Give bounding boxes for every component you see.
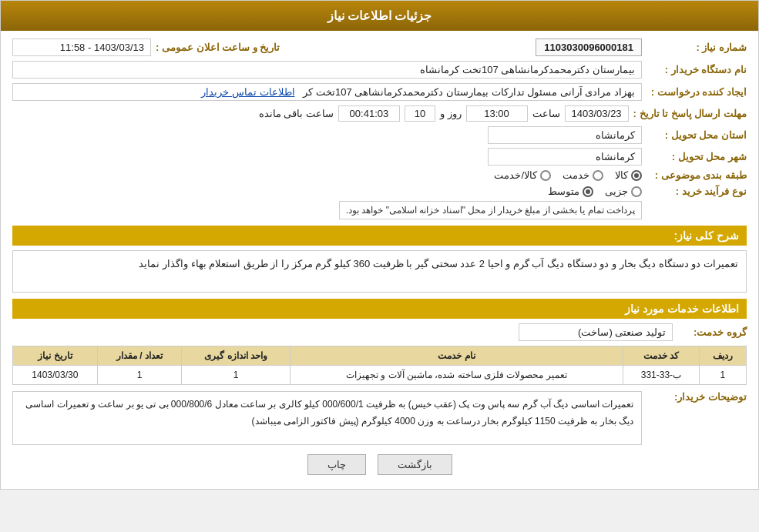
buyer-notes-label: توضیحات خریدار: (646, 391, 747, 403)
province-label: استان محل تحویل : (646, 129, 747, 141)
reply-deadline-label: مهلت ارسال پاسخ تا تاریخ : (633, 108, 747, 119)
cell-row: 1 (699, 366, 746, 385)
category-kala-khedmat-label: کالا/خدمت (494, 169, 537, 181)
day-label: روز و (440, 108, 462, 119)
services-table-header: ردیف کد خدمت نام خدمت واحد اندازه گیری ت… (13, 346, 747, 366)
process-options: جزیی متوسط (339, 186, 642, 197)
service-group-label: گروه خدمت: (677, 326, 747, 338)
date-value: 1403/03/23 (565, 105, 629, 122)
category-label: طبقه بندی موضوعی : (646, 169, 747, 181)
creator-row: ایجاد کننده درخواست : بهزاد مرادی آرانی … (12, 83, 747, 101)
buyer-org-value: بیمارستان دکترمحمدکرمانشاهی 107تخت کرمان… (12, 61, 642, 79)
page-wrapper: جزئیات اطلاعات نیاز شماره نیاز : 1103030… (0, 0, 759, 490)
category-kala[interactable]: کالا (615, 169, 642, 181)
category-options: کالا خدمت کالا/خدمت (494, 169, 642, 181)
process-note: پرداخت تمام یا بخشی از مبلغ خریدار از مح… (339, 201, 642, 219)
cell-date: 1403/03/30 (13, 366, 98, 385)
process-motevaset-label: متوسط (548, 186, 579, 197)
category-khedmat-radio[interactable] (593, 170, 603, 181)
cell-name: تعمیر محصولات فلزی ساخته شده، ماشین آلات… (290, 366, 623, 385)
creator-label: ایجاد کننده درخواست : (646, 86, 747, 98)
services-table-header-row: ردیف کد خدمت نام خدمت واحد اندازه گیری ت… (13, 346, 747, 366)
announce-label: تاریخ و ساعت اعلان عمومی : (156, 42, 280, 53)
cell-code: ب-33-331 (623, 366, 700, 385)
time-value: 13:00 (466, 105, 528, 122)
col-qty: تعداد / مقدار (97, 346, 182, 366)
category-kala-khedmat-radio[interactable] (540, 170, 551, 181)
buyer-notes-row: توضیحات خریدار: تعمیرات اساسی دیگ آب گرم… (12, 391, 747, 445)
need-number-row: شماره نیاز : 1103030096000181 تاریخ و سا… (12, 38, 747, 56)
col-code: کد خدمت (623, 346, 700, 366)
services-header: گروه خدمت: تولید صنعتی (ساخت) (12, 323, 747, 341)
col-date: تاریخ نیاز (13, 346, 98, 366)
process-jozi[interactable]: جزیی (605, 186, 642, 197)
services-table: ردیف کد خدمت نام خدمت واحد اندازه گیری ت… (12, 346, 747, 385)
deadline-details: 1403/03/23 ساعت 13:00 روز و 10 00:41:03 … (259, 105, 629, 122)
category-row: طبقه بندی موضوعی : کالا خدمت کالا/خدمت (12, 169, 747, 181)
buttons-row: بازگشت چاپ (12, 454, 747, 475)
page-title: جزئیات اطلاعات نیاز (327, 9, 432, 22)
description-section-title: شرح کلی نیاز: (12, 226, 747, 246)
reply-deadline-row: مهلت ارسال پاسخ تا تاریخ : 1403/03/23 سا… (12, 105, 747, 122)
page-header: جزئیات اطلاعات نیاز (1, 1, 758, 31)
back-button[interactable]: بازگشت (378, 454, 452, 475)
process-label: نوع فرآیند خرید : (646, 186, 747, 197)
buyer-notes-text: تعمیرات اساسی دیگ آب گرم سه پاس وت پک (ع… (12, 391, 642, 445)
announce-value: 1403/03/13 - 11:58 (12, 38, 151, 56)
need-number-label: شماره نیاز : (646, 42, 747, 53)
time-label: ساعت (532, 108, 560, 119)
buyer-org-row: نام دستگاه خریدار : بیمارستان دکترمحمدکر… (12, 61, 747, 79)
category-kala-khedmat[interactable]: کالا/خدمت (494, 169, 551, 181)
services-section-title: اطلاعات خدمات مورد نیاز (12, 299, 747, 319)
col-row: ردیف (699, 346, 746, 366)
cell-unit: 1 (182, 366, 290, 385)
process-options-wrapper: جزیی متوسط پرداخت تمام یا بخشی از مبلغ خ… (339, 186, 642, 219)
process-jozi-radio[interactable] (631, 186, 642, 197)
service-group-value: تولید صنعتی (ساخت) (519, 323, 673, 341)
process-jozi-label: جزیی (605, 186, 628, 197)
creator-contact-link[interactable]: اطلاعات تماس خریدار (201, 86, 294, 98)
category-khedmat-label: خدمت (563, 169, 589, 181)
province-row: استان محل تحویل : کرمانشاه (12, 126, 747, 144)
content-area: شماره نیاز : 1103030096000181 تاریخ و سا… (1, 31, 758, 489)
services-table-body: 1ب-33-331تعمیر محصولات فلزی ساخته شده، م… (13, 366, 747, 385)
buyer-org-label: نام دستگاه خریدار : (646, 64, 747, 75)
day-value: 10 (405, 105, 435, 122)
print-button[interactable]: چاپ (307, 454, 366, 475)
city-label: شهر محل تحویل : (646, 151, 747, 162)
description-text: تعمیرات دو دستگاه دیگ بخار و دو دستگاه د… (12, 250, 747, 293)
col-unit: واحد اندازه گیری (182, 346, 290, 366)
remaining-value: 00:41:03 (338, 105, 400, 122)
process-type-row: نوع فرآیند خرید : جزیی متوسط پرداخت تمام… (12, 186, 747, 219)
need-number-value: 1103030096000181 (536, 38, 642, 56)
category-kala-radio[interactable] (631, 170, 642, 181)
category-khedmat[interactable]: خدمت (563, 169, 603, 181)
cell-qty: 1 (97, 366, 182, 385)
creator-text: بهزاد مرادی آرانی مسئول تدارکات بیمارستا… (303, 86, 635, 98)
remaining-label: ساعت باقی مانده (259, 108, 334, 119)
table-row: 1ب-33-331تعمیر محصولات فلزی ساخته شده، م… (13, 366, 747, 385)
col-name: نام خدمت (290, 346, 623, 366)
creator-value: بهزاد مرادی آرانی مسئول تدارکات بیمارستا… (12, 83, 642, 101)
process-motevaset[interactable]: متوسط (548, 186, 593, 197)
city-row: شهر محل تحویل : کرمانشاه (12, 148, 747, 166)
city-value: کرمانشاه (488, 148, 642, 166)
category-kala-label: کالا (615, 169, 628, 181)
province-value: کرمانشاه (488, 126, 642, 144)
process-motevaset-radio[interactable] (583, 186, 593, 197)
